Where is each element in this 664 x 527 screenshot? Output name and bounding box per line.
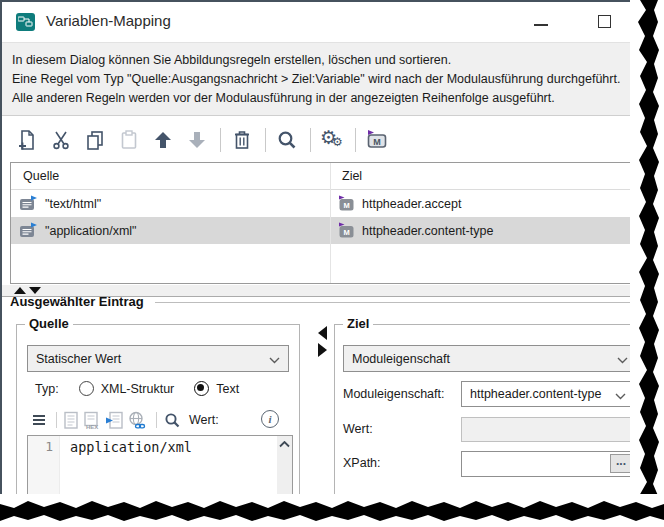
- add-rule-button[interactable]: [14, 127, 40, 153]
- typ-label: Typ:: [35, 382, 59, 396]
- variable-mapping-icon: [16, 13, 35, 31]
- xpath-browse-button[interactable]: ...: [610, 454, 632, 473]
- module-mapping-button[interactable]: M: [364, 127, 390, 153]
- value-editor-toolbar: HEX: [31, 409, 289, 431]
- toolbar-separator: [56, 412, 57, 428]
- collapse-left-icon[interactable]: [318, 326, 327, 340]
- typ-radio-row: Typ: XML-Struktur Text: [35, 381, 239, 396]
- target-type-dropdown[interactable]: Moduleigenschaft: [343, 345, 637, 372]
- message-value-icon: [19, 195, 38, 212]
- rule-target-value: httpheader.accept: [362, 197, 461, 211]
- rule-source-value: "text/html": [45, 197, 101, 211]
- radio-xml-struktur[interactable]: [79, 381, 94, 396]
- info-icon[interactable]: i: [261, 410, 279, 428]
- menu-button[interactable]: [31, 413, 47, 427]
- description-line: Eine Regel vom Typ "Quelle:Ausgangsnachr…: [12, 70, 650, 89]
- chevron-down-icon: [615, 393, 626, 400]
- toolbar-separator: [156, 412, 157, 428]
- module-letter: M: [343, 228, 349, 237]
- collapse-up-icon[interactable]: [14, 287, 26, 294]
- xpath-input[interactable]: ...: [461, 451, 635, 477]
- settings-button[interactable]: ⚙ ⚙: [319, 127, 345, 153]
- wert-input: [461, 417, 635, 442]
- window-title: Variablen-Mapping: [46, 12, 171, 29]
- column-header-ziel[interactable]: Ziel: [330, 169, 649, 183]
- line-number: 1: [45, 439, 53, 454]
- collapse-right-icon[interactable]: [318, 343, 327, 357]
- description-line: In diesem Dialog können Sie Abbildungsre…: [12, 51, 650, 70]
- module-property-icon: M: [338, 222, 355, 239]
- moduleigenschaft-label: Moduleigenschaft:: [343, 387, 444, 401]
- module-letter: M: [343, 201, 349, 210]
- dialog-description: In diesem Dialog können Sie Abbildungsre…: [2, 42, 650, 116]
- link-resource-button[interactable]: [127, 411, 147, 430]
- ziel-groupbox: Ziel Moduleigenschaft Moduleigenschaft: …: [334, 324, 644, 510]
- chevron-down-icon: [269, 357, 280, 364]
- selected-entry-group-label: Ausgewählter Eintrag: [10, 294, 144, 309]
- rule-source-value: "application/xml": [45, 224, 137, 238]
- text-view-button[interactable]: [63, 411, 80, 430]
- search-value-button[interactable]: [163, 411, 182, 430]
- toolbar-separator: [355, 128, 356, 152]
- mapping-rules-table: Quelle Ziel "text/html" M: [10, 162, 650, 284]
- quelle-groupbox: Quelle Statischer Wert Typ: XML-Struktur…: [16, 324, 300, 524]
- minimize-button[interactable]: [534, 24, 548, 26]
- hex-view-button[interactable]: HEX: [83, 411, 102, 430]
- target-type-value: Moduleigenschaft: [352, 352, 450, 366]
- screenshot-canvas: Variablen-Mapping In diesem Dialog könne…: [0, 0, 664, 527]
- maximize-button[interactable]: [598, 15, 611, 28]
- ziel-group-label: Ziel: [343, 316, 373, 331]
- chevron-down-icon: [617, 357, 628, 364]
- dialog-window: Variablen-Mapping In diesem Dialog könne…: [0, 0, 650, 515]
- move-down-button[interactable]: [184, 127, 210, 153]
- svg-text:M: M: [373, 136, 381, 146]
- scroll-up-icon[interactable]: [279, 441, 290, 448]
- value-editor[interactable]: 1 application/xml: [27, 435, 293, 525]
- rule-target-value: httpheader.content-type: [362, 224, 493, 238]
- move-up-button[interactable]: [150, 127, 176, 153]
- quelle-group-label: Quelle: [25, 316, 73, 331]
- source-type-dropdown[interactable]: Statischer Wert: [27, 345, 289, 372]
- xpath-label: XPath:: [343, 456, 381, 470]
- radio-xml-struktur-label[interactable]: XML-Struktur: [101, 382, 175, 396]
- wert-label: Wert:: [189, 413, 219, 427]
- collapse-down-icon[interactable]: [29, 287, 41, 294]
- delete-button[interactable]: [229, 127, 255, 153]
- message-value-icon: [19, 222, 38, 239]
- editor-scrollbar[interactable]: [277, 436, 292, 524]
- cut-button[interactable]: [48, 127, 74, 153]
- moduleigenschaft-value: httpheader.content-type: [470, 387, 601, 401]
- wert-label: Wert:: [343, 422, 373, 436]
- paste-button[interactable]: [116, 127, 142, 153]
- editor-content[interactable]: application/xml: [60, 436, 277, 524]
- copy-button[interactable]: [82, 127, 108, 153]
- import-value-button[interactable]: [105, 411, 124, 430]
- info-letter: i: [268, 413, 271, 425]
- rules-toolbar: ⚙ ⚙ M: [2, 117, 650, 162]
- column-header-quelle[interactable]: Quelle: [11, 169, 330, 183]
- source-type-value: Statischer Wert: [36, 352, 121, 366]
- search-button[interactable]: [274, 127, 300, 153]
- description-line: Alle anderen Regeln werden vor der Modul…: [12, 89, 650, 108]
- toolbar-separator: [220, 128, 221, 152]
- module-property-icon: M: [338, 195, 355, 212]
- group-border-line: [155, 302, 650, 303]
- title-bar: Variablen-Mapping: [2, 2, 650, 42]
- gear-icon: ⚙: [332, 135, 343, 149]
- radio-text[interactable]: [194, 381, 209, 396]
- hex-label: HEX: [86, 424, 98, 430]
- toolbar-separator: [265, 128, 266, 152]
- moduleigenschaft-combobox[interactable]: httpheader.content-type: [461, 381, 635, 407]
- toolbar-separator: [310, 128, 311, 152]
- line-number-gutter: 1: [28, 436, 60, 524]
- column-divider: [330, 163, 331, 283]
- radio-text-label[interactable]: Text: [216, 382, 239, 396]
